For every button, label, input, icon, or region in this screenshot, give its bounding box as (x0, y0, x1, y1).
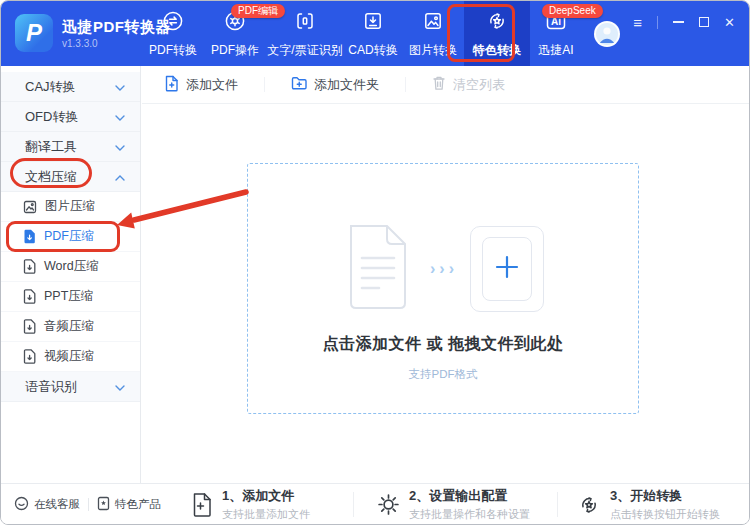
footer-divider (557, 492, 558, 517)
add-file-icon (191, 492, 213, 518)
add-file-label: 添加文件 (186, 76, 238, 94)
footer-bar: 在线客服 特色产品 1、添加文件 支持批量添加文件 (1, 483, 749, 524)
sidebar-item-label: CAJ转换 (25, 78, 76, 96)
sidebar-item-label: Word压缩 (44, 258, 99, 275)
pdf-edit-badge: PDF编辑 (231, 4, 285, 18)
step-desc: 支持批量操作和各种设置 (409, 507, 530, 522)
step-start-convert: 3、开始转换 点击转换按钮开始转换 (577, 487, 720, 522)
file-toolbar: 添加文件 添加文件夹 清空列表 (142, 66, 749, 104)
menu-icon[interactable]: ≡ (633, 14, 642, 31)
online-support-label: 在线客服 (34, 497, 80, 512)
sidebar-item-label: 图片压缩 (45, 198, 95, 215)
step-desc: 点击转换按钮开始转换 (610, 507, 720, 522)
chevron-down-icon (115, 109, 125, 124)
sidebar-item-image-compress[interactable]: 图片压缩 (1, 192, 140, 222)
main-content: ››› 点击添加文件 或 拖拽文件到此处 支持PDF格式 (142, 104, 749, 483)
featured-products-label: 特色产品 (115, 497, 161, 512)
add-file-card[interactable] (470, 226, 544, 312)
cad-icon (361, 9, 385, 37)
file-dropzone[interactable]: ››› 点击添加文件 或 拖拽文件到此处 支持PDF格式 (247, 163, 639, 414)
controls-divider (657, 16, 658, 29)
sidebar-item-label: PPT压缩 (44, 288, 93, 305)
image-icon (421, 9, 445, 37)
sidebar-item-doc-compress[interactable]: 文档压缩 (1, 162, 140, 192)
doc-compress-icon (23, 289, 36, 304)
sidebar: CAJ转换 OFD转换 翻译工具 文档压缩 图片压缩 PDF压缩 (1, 66, 141, 483)
toolbar-divider (405, 77, 406, 92)
online-support-link[interactable]: 在线客服 (14, 496, 80, 513)
doc-compress-icon (23, 259, 36, 274)
sidebar-item-label: 语音识别 (25, 378, 77, 396)
sidebar-item-word-compress[interactable]: Word压缩 (1, 252, 140, 282)
app-logo: P (15, 14, 53, 52)
nav-label: PDF操作 (211, 42, 259, 59)
footer-divider (353, 492, 354, 517)
badge-star-icon (97, 496, 110, 513)
sidebar-item-caj[interactable]: CAJ转换 (1, 72, 140, 102)
add-file-button[interactable]: 添加文件 (164, 75, 238, 95)
chat-smile-icon (14, 496, 29, 513)
sidebar-item-label: 翻译工具 (25, 138, 77, 156)
app-window: P 迅捷PDF转换器 v1.3.3.0 PDF转换 PDF编辑 PDF操作 (0, 0, 750, 525)
maximize-icon[interactable] (699, 17, 709, 27)
nav-xunjie-ai[interactable]: DeepSeek Ai 迅捷AI (530, 1, 582, 66)
ocr-ticket-icon (293, 9, 317, 37)
close-icon[interactable]: ✕ (724, 15, 735, 30)
star-refresh-icon (485, 9, 509, 37)
nav-pdf-operate[interactable]: PDF编辑 PDF操作 (204, 1, 266, 66)
featured-products-link[interactable]: 特色产品 (97, 496, 161, 513)
document-icon (342, 224, 414, 314)
dropzone-format-hint: 支持PDF格式 (409, 367, 478, 382)
nav-label: CAD转换 (348, 42, 397, 59)
step-output-settings: 2、设置输出配置 支持批量操作和各种设置 (377, 487, 530, 522)
step-add-files: 1、添加文件 支持批量添加文件 (191, 487, 310, 522)
doc-compress-icon (23, 319, 36, 334)
doc-compress-icon (23, 349, 36, 364)
chevron-down-icon (115, 379, 125, 394)
nav-label: 特色转换 (473, 42, 521, 59)
add-file-icon (164, 75, 179, 95)
sidebar-item-label: 音频压缩 (44, 318, 94, 335)
plus-icon (493, 253, 521, 285)
minimize-icon[interactable] (673, 21, 684, 23)
nav-special-convert[interactable]: 特色转换 (464, 1, 530, 66)
avatar[interactable] (594, 21, 620, 47)
dropzone-main-text: 点击添加文件 或 拖拽文件到此处 (323, 334, 564, 355)
sidebar-item-ppt-compress[interactable]: PPT压缩 (1, 282, 140, 312)
sidebar-item-pdf-compress[interactable]: PDF压缩 (1, 222, 140, 252)
nav-label: 迅捷AI (538, 42, 573, 59)
sidebar-item-video-compress[interactable]: 视频压缩 (1, 342, 140, 372)
step-title: 3、开始转换 (610, 487, 720, 505)
clear-list-button[interactable]: 清空列表 (432, 75, 505, 94)
sidebar-item-label: 文档压缩 (25, 168, 77, 186)
gear-icon (377, 493, 400, 516)
sidebar-item-label: 视频压缩 (44, 348, 94, 365)
nav-pdf-convert[interactable]: PDF转换 (142, 1, 204, 66)
nav-label: 图片转换 (409, 42, 457, 59)
clear-list-label: 清空列表 (453, 76, 505, 94)
sidebar-item-ofd[interactable]: OFD转换 (1, 102, 140, 132)
sidebar-item-label: OFD转换 (25, 108, 78, 126)
add-folder-label: 添加文件夹 (314, 76, 379, 94)
add-folder-button[interactable]: 添加文件夹 (291, 76, 379, 94)
doc-compress-icon (23, 229, 36, 244)
toolbar-divider (264, 77, 265, 92)
chevron-down-icon (115, 139, 125, 154)
chevron-up-icon (115, 169, 125, 184)
star-refresh-icon (577, 493, 601, 517)
deepseek-badge: DeepSeek (542, 4, 603, 18)
nav-label: 文字/票证识别 (267, 42, 342, 59)
nav-cad-convert[interactable]: CAD转换 (344, 1, 402, 66)
footer-divider (88, 498, 89, 511)
nav-image-convert[interactable]: 图片转换 (402, 1, 464, 66)
arrows-icon: ››› (430, 260, 458, 278)
step-desc: 支持批量添加文件 (222, 507, 310, 522)
step-title: 1、添加文件 (222, 487, 310, 505)
sidebar-item-translate[interactable]: 翻译工具 (1, 132, 140, 162)
sidebar-item-label: PDF压缩 (44, 228, 94, 245)
sidebar-item-audio-compress[interactable]: 音频压缩 (1, 312, 140, 342)
step-title: 2、设置输出配置 (409, 487, 530, 505)
sidebar-item-speech[interactable]: 语音识别 (1, 372, 140, 402)
trash-icon (432, 75, 446, 94)
nav-label: PDF转换 (149, 42, 197, 59)
